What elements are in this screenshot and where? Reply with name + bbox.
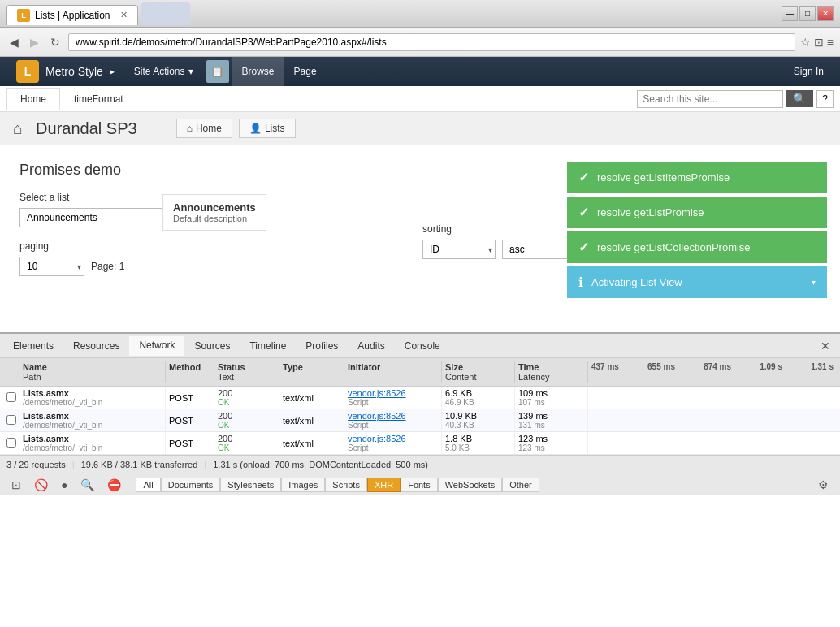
row2-name: Lists.asmx /demos/metro/_vti_bin xyxy=(19,432,166,454)
address-icons: ☆ ⊡ ≡ xyxy=(800,36,834,49)
row0-initiator-sub: Script xyxy=(348,398,438,407)
settings-button[interactable]: ⊡ xyxy=(814,36,824,49)
dock-button[interactable]: ⊡ xyxy=(6,477,26,493)
status-timing: 1.31 s (onload: 700 ms, DOMContentLoaded… xyxy=(213,460,428,469)
network-row-2[interactable]: Lists.asmx /demos/metro/_vti_bin POST 20… xyxy=(0,432,840,455)
sort-direction-select[interactable]: asc desc xyxy=(502,240,575,259)
sign-in-link[interactable]: Sign In xyxy=(784,57,834,86)
row0-name-text: Lists.asmx xyxy=(23,388,162,398)
paging-select[interactable]: 5 10 25 50 xyxy=(19,257,84,276)
breadcrumb: ⌂ Home 👤 Lists xyxy=(176,119,296,138)
minimize-button[interactable]: — xyxy=(782,6,798,21)
tl-label-1: 655 ms xyxy=(647,362,675,371)
devtools-tab-profiles[interactable]: Profiles xyxy=(296,337,348,355)
devtools-tab-resources[interactable]: Resources xyxy=(63,337,129,355)
notif-item-2[interactable]: ✓ resolve getListCollectionPromise xyxy=(567,231,827,263)
devtools-tab-console[interactable]: Console xyxy=(395,337,450,355)
notif-item-1[interactable]: ✓ resolve getListPromise xyxy=(567,197,827,228)
record-button[interactable]: ● xyxy=(56,477,72,493)
clear-button[interactable]: 🚫 xyxy=(29,477,53,493)
row0-time: 109 ms 107 ms xyxy=(515,387,588,409)
row1-check-input[interactable] xyxy=(6,415,16,425)
breadcrumb-home-link[interactable]: ⌂ Home xyxy=(176,119,232,138)
forward-button[interactable]: ▶ xyxy=(27,34,42,50)
col-initiator: Initiator xyxy=(344,361,442,383)
preserve-button[interactable]: ⛔ xyxy=(102,477,126,493)
page-tab-button[interactable]: Page xyxy=(284,57,327,86)
col-timeline: 437 ms 655 ms 874 ms 1.09 s 1.31 s xyxy=(588,361,837,383)
col-type: Type xyxy=(279,361,344,383)
gear-button[interactable]: ⚙ xyxy=(813,477,834,493)
browser-titlebar: L Lists | Application ✕ — □ ✕ xyxy=(0,0,840,28)
maximize-button[interactable]: □ xyxy=(799,6,816,21)
list-select[interactable]: Announcements Calendar Tasks Documents xyxy=(19,208,182,227)
filter-stylesheets[interactable]: Stylesheets xyxy=(220,478,281,492)
row1-checkbox xyxy=(3,413,19,428)
search-button[interactable]: 🔍 xyxy=(786,90,813,107)
row1-time-val: 139 ms xyxy=(518,411,584,421)
help-button[interactable]: ? xyxy=(816,90,834,108)
filter-scripts[interactable]: Scripts xyxy=(325,478,367,492)
row0-status-code: 200 xyxy=(218,388,275,398)
select-list-label: Select a list xyxy=(19,192,182,203)
filter-xhr[interactable]: XHR xyxy=(367,478,401,492)
active-tab[interactable]: L Lists | Application ✕ xyxy=(6,5,138,25)
devtools-tab-sources[interactable]: Sources xyxy=(184,337,240,355)
tab-title: Lists | Application xyxy=(35,10,110,21)
filter-other[interactable]: Other xyxy=(502,478,539,492)
tab-bar: L Lists | Application ✕ xyxy=(6,2,775,25)
filter-websockets[interactable]: WebSockets xyxy=(438,478,503,492)
breadcrumb-lists-link[interactable]: 👤 Lists xyxy=(239,119,296,138)
row0-status-text: OK xyxy=(218,398,275,407)
refresh-button[interactable]: ↻ xyxy=(47,34,63,50)
nav-tab-home[interactable]: Home xyxy=(6,88,60,110)
filter-button[interactable]: 🔍 xyxy=(76,477,99,493)
row0-checkbox xyxy=(3,391,19,405)
row2-initiator-sub: Script xyxy=(348,443,438,452)
tab-close-button[interactable]: ✕ xyxy=(120,10,128,20)
devtools-tab-network[interactable]: Network xyxy=(129,336,184,356)
notif-item-0[interactable]: ✓ resolve getListItemsPromise xyxy=(567,162,827,193)
star-button[interactable]: ☆ xyxy=(800,36,811,49)
metro-style-arrow: ▸ xyxy=(110,66,115,77)
filter-images[interactable]: Images xyxy=(281,478,325,492)
row0-initiator-link[interactable]: vendor.js:8526 xyxy=(348,388,438,398)
network-row-0[interactable]: Lists.asmx /demos/metro/_vti_bin POST 20… xyxy=(0,387,840,409)
filter-documents[interactable]: Documents xyxy=(161,478,221,492)
address-input[interactable] xyxy=(68,33,795,51)
devtools-tab-timeline[interactable]: Timeline xyxy=(240,337,296,355)
new-tab-area[interactable] xyxy=(141,2,190,25)
network-row-1[interactable]: Lists.asmx /demos/metro/_vti_bin POST 20… xyxy=(0,409,840,432)
devtools-close-button[interactable]: ✕ xyxy=(814,339,837,352)
promises-demo-section: Promises demo Select a list Announcement… xyxy=(0,145,840,332)
row1-initiator-link[interactable]: vendor.js:8526 xyxy=(348,411,438,421)
filter-fonts[interactable]: Fonts xyxy=(401,478,438,492)
announcements-box: Announcements Default description xyxy=(162,194,266,231)
home-icon: ⌂ xyxy=(13,119,23,138)
row2-check-input[interactable] xyxy=(6,438,16,448)
search-input[interactable] xyxy=(637,90,783,108)
row2-initiator-link[interactable]: vendor.js:8526 xyxy=(348,434,438,443)
row2-initiator: vendor.js:8526 Script xyxy=(344,432,442,454)
row1-status-text: OK xyxy=(218,421,275,430)
browse-tab-button[interactable]: Browse xyxy=(232,57,284,86)
row2-type: text/xml xyxy=(279,437,344,450)
menu-button[interactable]: ≡ xyxy=(827,36,834,49)
notif-item-3[interactable]: ℹ Activating List View ▾ xyxy=(567,266,827,298)
site-actions-button[interactable]: Site Actions ▾ xyxy=(124,57,203,86)
main-content: Promises demo Select a list Announcement… xyxy=(0,145,840,332)
page-header: ⌂ Durandal SP3 ⌂ Home 👤 Lists xyxy=(0,112,840,145)
devtools-tab-elements[interactable]: Elements xyxy=(3,337,63,355)
devtools-tab-audits[interactable]: Audits xyxy=(348,337,394,355)
close-button[interactable]: ✕ xyxy=(817,6,834,21)
row2-method: POST xyxy=(166,437,214,450)
sort-field-select[interactable]: ID Title Created Modified xyxy=(422,240,496,259)
notif-text-3: Activating List View xyxy=(591,276,803,288)
nav-tab-timeformat[interactable]: timeFormat xyxy=(60,88,137,110)
row0-initiator: vendor.js:8526 Script xyxy=(344,387,442,409)
back-button[interactable]: ◀ xyxy=(6,34,22,50)
row0-check-input[interactable] xyxy=(6,392,16,402)
row0-size-val: 6.9 KB xyxy=(445,388,511,398)
row0-type: text/xml xyxy=(279,391,344,404)
filter-all[interactable]: All xyxy=(136,478,160,492)
